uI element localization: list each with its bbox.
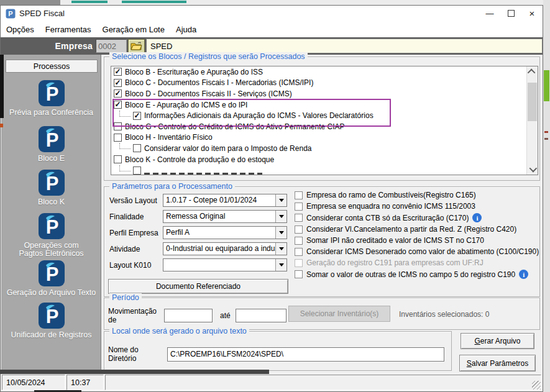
empresa-name-field[interactable] bbox=[146, 39, 543, 53]
minimize-button[interactable]: — bbox=[479, 6, 500, 21]
background-red-fragment bbox=[544, 131, 548, 133]
checkbox-row-outras-icms-c190[interactable]: Somar o valor de outras de ICMS no campo… bbox=[295, 270, 528, 279]
checkbox-unchecked-icon[interactable] bbox=[295, 237, 303, 245]
field-label: Versão Layout bbox=[109, 196, 163, 205]
checkbox-unchecked-icon[interactable] bbox=[295, 191, 303, 199]
checkbox-row-vl-cancelamento[interactable]: Considerar Vl.Cancelamento a partir da R… bbox=[295, 225, 516, 234]
scrollbar-thumb[interactable] bbox=[528, 83, 537, 121]
processos-header-button[interactable]: Processos bbox=[6, 60, 98, 73]
layout-k010-combobox[interactable] bbox=[163, 258, 287, 271]
checkbox-unchecked-icon[interactable] bbox=[114, 122, 122, 130]
tree-connector bbox=[119, 143, 131, 149]
dropdown-button[interactable] bbox=[275, 227, 286, 239]
block-row-bloco-d[interactable]: Bloco D - Documentos Fiscais II - Serviç… bbox=[111, 88, 538, 99]
menu-ajuda[interactable]: Ajuda bbox=[170, 21, 202, 37]
movimentacao-de-field[interactable] bbox=[164, 309, 213, 322]
maximize-button[interactable] bbox=[500, 6, 521, 21]
checkbox-unchecked-icon[interactable] bbox=[295, 214, 303, 222]
checkbox-unchecked-icon[interactable] bbox=[295, 226, 303, 234]
combobox-value: Remessa Original bbox=[163, 211, 275, 222]
checkbox-unchecked-icon[interactable] bbox=[295, 270, 303, 278]
sidebar-item-unificador-de-registros[interactable]: P Unificador de Registros bbox=[1, 302, 101, 339]
scroll-up-button[interactable] bbox=[527, 66, 538, 77]
dropdown-button[interactable] bbox=[275, 259, 286, 271]
block-row-informacoes-adicionais[interactable]: Informações Adicionais da Apuração do IC… bbox=[111, 110, 538, 121]
block-label: Considerar valor do item para o Imposto … bbox=[144, 144, 311, 153]
menu-geracao-em-lote[interactable]: Geração em Lote bbox=[97, 21, 170, 37]
checkbox-checked-icon[interactable] bbox=[114, 89, 122, 98]
info-icon[interactable]: i bbox=[472, 213, 482, 222]
field-row-perfil-empresa: Perfil Empresa Perfil A bbox=[109, 226, 287, 239]
sidebar-item-bloco-e[interactable]: P Bloco E bbox=[1, 125, 101, 163]
block-row-bloco-b[interactable]: Bloco B - Escrituração e Apuração do ISS bbox=[111, 66, 538, 78]
background-window-top-strip bbox=[0, 0, 550, 5]
nome-diretorio-field[interactable] bbox=[167, 347, 444, 362]
close-button[interactable]: × bbox=[521, 6, 543, 21]
checkbox-row-somar-ipi[interactable]: Somar IPI não creditado e valor de ICMS … bbox=[295, 236, 484, 245]
checkbox-unchecked-icon[interactable] bbox=[114, 155, 122, 163]
dropdown-button[interactable] bbox=[275, 243, 286, 255]
block-label: Bloco G - Controle do Crédito de ICMS do… bbox=[125, 122, 345, 131]
block-row-bloco-h[interactable]: Bloco H - Inventário Físico bbox=[111, 132, 538, 144]
documento-referenciado-button[interactable]: Documento Referenciado bbox=[108, 279, 288, 294]
block-row-bloco-g[interactable]: Bloco G - Controle do Crédito de ICMS do… bbox=[111, 121, 538, 132]
menu-ferramentas[interactable]: Ferramentas bbox=[40, 21, 97, 37]
menu-opcoes[interactable]: Opções bbox=[1, 21, 40, 37]
diretorio-row: Nome do Diretório bbox=[108, 345, 444, 363]
checkbox-row-icms-desonerado[interactable]: Considerar ICMS Desonerado como valor de… bbox=[295, 247, 539, 256]
empresa-code-field[interactable] bbox=[96, 39, 127, 53]
checkbox-unchecked-icon[interactable] bbox=[114, 134, 122, 142]
checkbox-row-combustiveis[interactable]: Empresa do ramo de Combustíveis(Registro… bbox=[295, 191, 476, 199]
block-label: Informações Adicionais da Apuração do IC… bbox=[144, 111, 374, 120]
dropdown-arrow-icon bbox=[279, 231, 284, 237]
finalidade-combobox[interactable]: Remessa Original bbox=[163, 210, 287, 223]
atividade-combobox[interactable]: 0-Industrial ou equiparado a indust bbox=[163, 242, 287, 255]
checkbox-row-convenio-icms[interactable]: Empresa se enquadra no convênio ICMS 115… bbox=[295, 202, 475, 211]
title-bar: P SPED Fiscal — × bbox=[1, 6, 543, 21]
open-empresa-button[interactable] bbox=[128, 39, 145, 53]
scroll-down-button[interactable] bbox=[527, 164, 538, 175]
block-label: Bloco B - Escrituração e Apuração do ISS bbox=[125, 68, 263, 76]
checkbox-label: Considerar conta CTB só da Escrituração … bbox=[306, 214, 469, 222]
sidebar-item-geracao-do-arquivo-texto[interactable]: P Geração do Arquivo Texto bbox=[1, 260, 101, 297]
perfil-empresa-combobox[interactable]: Perfil A bbox=[163, 226, 287, 239]
checkbox-row-conta-ctb[interactable]: Considerar conta CTB só da Escrituração … bbox=[295, 213, 482, 222]
info-icon[interactable]: i bbox=[519, 270, 528, 279]
block-row-considerar-valor-item[interactable]: Considerar valor do item para o Imposto … bbox=[111, 143, 538, 154]
status-message-panel bbox=[105, 375, 541, 390]
checkbox-label: Considerar Vl.Cancelamento a partir da R… bbox=[306, 225, 516, 234]
salvar-parametros-button[interactable]: Salvar Parâmetros bbox=[459, 355, 536, 371]
checkbox-unchecked-icon[interactable] bbox=[133, 144, 141, 152]
block-label: Bloco D - Documentos Fiscais II - Serviç… bbox=[125, 89, 292, 98]
movimentacao-ate-field[interactable] bbox=[236, 309, 286, 322]
window-controls: — × bbox=[479, 6, 543, 21]
dropdown-button[interactable] bbox=[275, 194, 286, 206]
blocks-group-caption: Selecione os Blocos / Registros que serã… bbox=[109, 52, 308, 61]
screen: P SPED Fiscal — × Opções Ferramentas Ger… bbox=[0, 0, 550, 392]
checkbox-checked-icon[interactable] bbox=[114, 68, 122, 76]
dropdown-button[interactable] bbox=[275, 211, 286, 222]
sidebar-item-label: Prévia para Conferência bbox=[2, 109, 101, 117]
vertical-scrollbar[interactable] bbox=[526, 66, 538, 175]
checkbox-checked-icon[interactable] bbox=[133, 112, 141, 120]
checkbox-checked-icon[interactable] bbox=[114, 101, 122, 109]
block-row-bloco-k[interactable]: Bloco K - Controle da produção e do esto… bbox=[111, 154, 538, 165]
background-orange-dot bbox=[0, 124, 3, 127]
checkbox-unchecked-icon[interactable] bbox=[295, 248, 303, 256]
checkbox-unchecked-icon[interactable] bbox=[133, 166, 141, 175]
chevron-down-icon bbox=[529, 165, 538, 173]
block-row-bloco-c[interactable]: Bloco C - Documentos Fiscais I - Mercado… bbox=[111, 78, 538, 89]
sidebar-item-operacoes-pagtos-eletronicos[interactable]: P Operações com Pagtos Eletrônicos bbox=[1, 212, 101, 258]
sidebar-item-previa-para-conferencia[interactable]: P Prévia para Conferência bbox=[1, 80, 101, 117]
dropdown-arrow-icon bbox=[279, 263, 284, 269]
block-row-bloco-e[interactable]: Bloco E - Apuração do ICMS e do IPI bbox=[111, 99, 538, 111]
checkbox-checked-icon[interactable] bbox=[114, 79, 122, 87]
resize-grip[interactable] bbox=[532, 381, 541, 390]
versao-layout-combobox[interactable]: 1.0.17 - Cotepe 01/01/2024 bbox=[163, 194, 287, 207]
sidebar-item-bloco-k[interactable]: P Bloco K bbox=[1, 169, 101, 206]
block-row-clipped[interactable] bbox=[111, 165, 538, 175]
gerar-arquivo-button[interactable]: Gerar Arquivo bbox=[461, 333, 534, 349]
block-label: Bloco E - Apuração do ICMS e do IPI bbox=[125, 101, 247, 109]
menu-bar: Opções Ferramentas Geração em Lote Ajuda bbox=[1, 21, 543, 38]
checkbox-unchecked-icon[interactable] bbox=[295, 203, 303, 211]
